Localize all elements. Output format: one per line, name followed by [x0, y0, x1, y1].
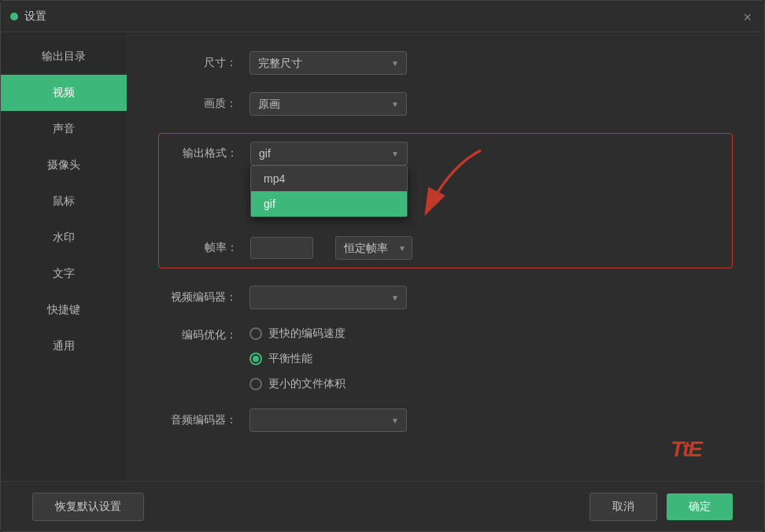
radio-faster-outer: [249, 327, 262, 340]
quality-row: 画质： 原画: [158, 92, 733, 116]
radio-balanced-label: 平衡性能: [268, 352, 312, 366]
video-encoder-label: 视频编码器：: [158, 290, 237, 305]
sidebar-item-video[interactable]: 视频: [1, 75, 127, 111]
sidebar-item-camera[interactable]: 摄像头: [1, 147, 127, 183]
sidebar-item-hotkeys[interactable]: 快捷键: [1, 292, 127, 328]
quality-select-wrapper: 原画: [249, 92, 407, 116]
format-dropdown-container: gif ▼ mp4 gif: [250, 142, 408, 165]
titlebar-dot: [10, 13, 18, 20]
titlebar: 设置 ×: [1, 1, 764, 32]
restore-defaults-button[interactable]: 恢复默认设置: [32, 493, 144, 521]
format-dropdown-trigger[interactable]: gif ▼: [250, 142, 408, 165]
sidebar-item-audio[interactable]: 声音: [1, 111, 127, 147]
cancel-button[interactable]: 取消: [589, 493, 657, 521]
format-selected-value: gif: [259, 147, 271, 160]
format-dropdown-menu: mp4 gif: [250, 165, 408, 217]
radio-balanced[interactable]: 平衡性能: [249, 352, 346, 366]
video-encoder-row: 视频编码器：: [158, 286, 733, 309]
sidebar-item-general[interactable]: 通用: [1, 328, 127, 364]
size-row: 尺寸： 完整尺寸: [158, 51, 733, 75]
radio-smaller[interactable]: 更小的文件体积: [249, 377, 346, 391]
fps-type-select[interactable]: 恒定帧率: [335, 236, 412, 260]
radio-balanced-inner: [253, 356, 259, 362]
footer-right: 取消 确定: [589, 493, 733, 521]
radio-smaller-label: 更小的文件体积: [268, 377, 346, 391]
fps-controls: 恒定帧率: [250, 236, 414, 260]
quality-select[interactable]: 原画: [249, 92, 407, 116]
radio-smaller-outer: [249, 378, 262, 390]
size-select-wrapper: 完整尺寸: [249, 51, 407, 75]
tte-badge: TtE: [671, 437, 701, 462]
settings-window: 设置 × 输出目录 视频 声音 摄像头 鼠标 水印 文字 快捷键 通用 尺寸： …: [0, 0, 765, 532]
main-content: 尺寸： 完整尺寸 画质： 原画: [127, 32, 764, 481]
radio-balanced-outer: [249, 353, 262, 365]
fps-input[interactable]: [250, 237, 313, 259]
radio-group: 更快的编码速度 平衡性能 更小的文件体积: [249, 327, 346, 391]
quality-label: 画质：: [158, 97, 237, 111]
sidebar-item-mouse[interactable]: 鼠标: [1, 183, 127, 220]
sidebar-item-text[interactable]: 文字: [1, 256, 127, 292]
radio-faster-label: 更快的编码速度: [268, 327, 346, 341]
codec-row: 编码优化： 更快的编码速度 平衡性能 更小的文件体积: [158, 327, 733, 391]
audio-encoder-label: 音频编码器：: [158, 413, 237, 427]
radio-faster[interactable]: 更快的编码速度: [249, 327, 346, 341]
audio-encoder-select-wrapper: [249, 408, 407, 432]
fps-label: 帧率：: [159, 241, 238, 255]
fps-type-select-wrapper: 恒定帧率: [335, 236, 414, 260]
size-select[interactable]: 完整尺寸: [249, 51, 407, 75]
close-button[interactable]: ×: [743, 10, 752, 24]
format-dropdown-arrow-icon: ▼: [391, 150, 399, 158]
dropdown-item-gif[interactable]: gif: [251, 191, 407, 216]
format-row: 输出格式： gif ▼ mp4 gif: [159, 142, 732, 165]
sidebar-item-watermark[interactable]: 水印: [1, 220, 127, 256]
video-encoder-select[interactable]: [249, 286, 407, 309]
video-encoder-select-wrapper: [249, 286, 407, 309]
ok-button[interactable]: 确定: [667, 493, 733, 520]
titlebar-title: 设置: [24, 9, 46, 24]
sidebar-item-output-dir[interactable]: 输出目录: [1, 39, 127, 75]
audio-encoder-select[interactable]: [249, 408, 407, 432]
audio-encoder-row: 音频编码器：: [158, 408, 733, 432]
codec-label: 编码优化：: [158, 327, 237, 342]
dropdown-item-mp4[interactable]: mp4: [251, 166, 407, 191]
format-label: 输出格式：: [159, 146, 238, 161]
fps-row: 帧率： 恒定帧率: [159, 236, 732, 260]
footer: 恢复默认设置 取消 确定: [1, 481, 764, 531]
format-fps-section: 输出格式： gif ▼ mp4 gif: [158, 133, 733, 268]
body: 输出目录 视频 声音 摄像头 鼠标 水印 文字 快捷键 通用 尺寸： 完整尺寸: [1, 32, 764, 481]
sidebar: 输出目录 视频 声音 摄像头 鼠标 水印 文字 快捷键 通用: [1, 32, 127, 481]
size-label: 尺寸：: [158, 56, 237, 70]
